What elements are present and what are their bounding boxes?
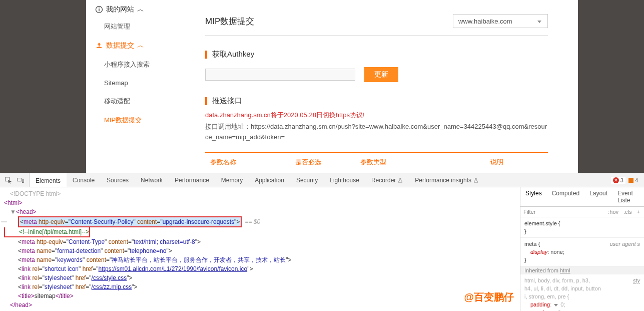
chevron-up-icon: ︿ (137, 5, 144, 14)
push-api: 接口调用地址：https://data.zhanzhang.sm.cn/push… (205, 122, 548, 143)
tab-performance[interactable]: Performance (169, 173, 215, 187)
th-type: 参数类型 (360, 158, 490, 167)
error-icon: ✕ (613, 177, 619, 183)
dom-line[interactable]: <link rel="shortcut icon" href="https://… (4, 264, 520, 273)
tab-sources[interactable]: Sources (101, 173, 135, 187)
tab-memory[interactable]: Memory (215, 173, 249, 187)
dom-line[interactable]: <meta name="format-detection" content="t… (4, 246, 520, 255)
stab-styles[interactable]: Styles (520, 187, 547, 206)
info-icon (95, 6, 103, 14)
dom-line[interactable]: ▼<head> (4, 207, 520, 216)
dom-selected-line[interactable]: <meta http-equiv="Content-Security-Polic… (4, 216, 520, 227)
sidebar-item-label: 数据提交 (106, 41, 134, 50)
page-title: MIP数据提交 (205, 16, 254, 27)
hov-toggle[interactable]: :hov (608, 209, 618, 215)
authkey-input[interactable] (205, 69, 355, 81)
stab-computed[interactable]: Computed (547, 187, 584, 206)
dom-line[interactable]: <!DOCTYPE html> (4, 189, 520, 198)
push-warning: data.zhanzhang.sm.cn将于2020.05.28日切换https… (205, 111, 548, 120)
cls-toggle[interactable]: .cls (623, 209, 632, 215)
tab-application[interactable]: Application (249, 173, 290, 187)
styles-panel: Styles Computed Layout Event Liste :hov … (520, 187, 644, 311)
dom-line[interactable]: <html> (4, 198, 520, 207)
sidebar-item-mip[interactable]: MIP数据提交 (86, 111, 175, 130)
domain-select[interactable]: www.haibaike.com (453, 14, 548, 28)
section-authkey-label: 获取Authkey (212, 50, 254, 59)
tab-lighthouse[interactable]: Lighthouse (324, 173, 365, 187)
style-block[interactable]: sty html, body, div, form, p, h3, h4, ul… (520, 274, 644, 311)
sidebar-item-site-manage[interactable]: 网站管理 (86, 17, 175, 36)
th-name: 参数名称 (210, 158, 295, 167)
stab-layout[interactable]: Layout (584, 187, 612, 206)
stab-event[interactable]: Event Liste (612, 187, 644, 206)
flask-icon (398, 178, 403, 183)
dom-line[interactable]: <title>sitemap</title> (4, 291, 520, 300)
tab-console[interactable]: Console (67, 173, 101, 187)
chevron-up-icon: ︿ (137, 41, 144, 50)
watermark: @百变鹏仔 (464, 290, 514, 304)
dom-line[interactable]: </head> (4, 300, 520, 309)
section-authkey: 获取Authkey (205, 50, 548, 59)
accent-bar (205, 97, 207, 105)
breakpoint-dots: ⋯ (0, 218, 8, 225)
th-desc: 说明 (490, 158, 543, 167)
dom-line[interactable]: <link rel="stylesheet" href="/css/zz.mip… (4, 282, 520, 291)
devtools: Elements Console Sources Network Perform… (0, 173, 644, 311)
dom-line[interactable]: <!--inline[/tpl/meta.html]--> (4, 227, 90, 237)
inspect-icon[interactable] (5, 177, 12, 184)
sidebar: 我的网站 ︿ 网站管理 数据提交 ︿ 小程序接入搜索 Sitemap 移动适配 … (86, 0, 175, 173)
section-push-label: 推送接口 (212, 96, 242, 106)
tab-network[interactable]: Network (135, 173, 169, 187)
main-content: MIP数据提交 www.haibaike.com 获取Authkey 更新 推送… (175, 0, 578, 173)
dom-line[interactable]: <meta name="keywords" content="神马站长平台，站长… (4, 255, 520, 264)
style-block[interactable]: element.style { } (520, 217, 644, 238)
sidebar-item-mobile[interactable]: 移动适配 (86, 92, 175, 111)
sidebar-item-miniprogram[interactable]: 小程序接入搜索 (86, 55, 175, 74)
sidebar-item-sitemap[interactable]: Sitemap (86, 74, 175, 92)
svg-rect-3 (97, 47, 102, 48)
warning-icon (628, 178, 633, 183)
svg-rect-2 (99, 8, 100, 9)
sidebar-item-data-submit[interactable]: 数据提交 ︿ (86, 36, 175, 55)
flask-icon (473, 178, 478, 183)
tab-perfinsights[interactable]: Performance insights (409, 173, 484, 187)
dom-line[interactable]: <meta http-equiv="Content-Type" content=… (4, 237, 520, 246)
svg-rect-8 (23, 179, 24, 182)
device-icon[interactable] (17, 177, 24, 184)
dom-line[interactable]: <link rel="stylesheet" href="/css/style.… (4, 273, 520, 282)
tab-recorder[interactable]: Recorder (365, 173, 409, 187)
svg-rect-7 (18, 178, 22, 181)
error-badges[interactable]: ✕3 4 (607, 177, 644, 184)
devtools-tabs: Elements Console Sources Network Perform… (0, 173, 644, 187)
section-push: 推送接口 (205, 96, 548, 106)
params-table-header: 参数名称 是否必选 参数类型 说明 (205, 152, 548, 172)
inherited-label: Inherited from html (520, 266, 644, 274)
styles-filter-input[interactable] (520, 207, 604, 217)
sidebar-header[interactable]: 我的网站 ︿ (86, 2, 175, 17)
svg-rect-1 (99, 9, 100, 12)
add-style-icon[interactable]: + (637, 209, 640, 215)
style-block[interactable]: user agent s meta { display: none; } (520, 238, 644, 266)
tab-elements[interactable]: Elements (30, 173, 67, 187)
th-required: 是否必选 (295, 158, 360, 167)
bg-right (578, 0, 644, 173)
upload-icon (95, 42, 103, 50)
elements-panel[interactable]: <!DOCTYPE html> <html> ▼<head> <meta htt… (0, 187, 520, 311)
tab-security[interactable]: Security (290, 173, 324, 187)
accent-bar (205, 51, 207, 59)
bg-left (0, 0, 86, 173)
sidebar-header-label: 我的网站 (106, 5, 134, 14)
update-button[interactable]: 更新 (364, 67, 398, 82)
chevron-down-icon (536, 18, 542, 25)
domain-select-value: www.haibaike.com (458, 18, 512, 25)
